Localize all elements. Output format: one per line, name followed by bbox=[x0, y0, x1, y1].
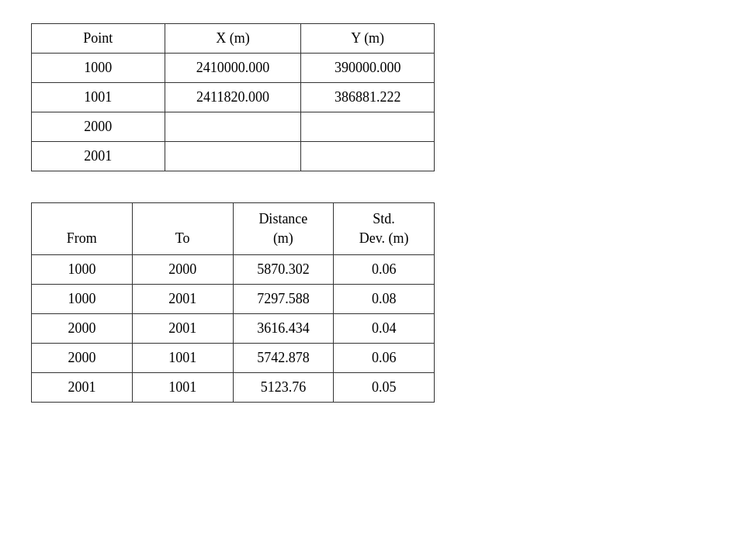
table-cell: 0.08 bbox=[334, 285, 435, 314]
col-header-to-label: To bbox=[175, 230, 190, 246]
top-table-header-row: Point X (m) Y (m) bbox=[32, 24, 435, 54]
col-header-y: Y (m) bbox=[301, 24, 435, 54]
table-row: 2001 bbox=[32, 142, 435, 171]
table-cell: 2000 bbox=[32, 112, 165, 142]
col-header-x: X (m) bbox=[165, 24, 301, 54]
col-header-stddev: Std.Dev. (m) bbox=[334, 203, 435, 255]
table-cell: 2001 bbox=[132, 314, 233, 344]
table-cell: 1000 bbox=[32, 285, 133, 314]
col-header-from: From bbox=[32, 203, 133, 255]
col-header-distance: Distance(m) bbox=[233, 203, 334, 255]
table-cell: 1001 bbox=[132, 373, 233, 403]
table-row: 2000 bbox=[32, 112, 435, 142]
table-cell bbox=[165, 142, 301, 171]
table-cell: 1000 bbox=[32, 54, 165, 83]
top-table-container: Point X (m) Y (m) 10002410000.000390000.… bbox=[31, 23, 435, 171]
table-cell: 7297.588 bbox=[233, 285, 334, 314]
col-header-point: Point bbox=[32, 24, 165, 54]
table-cell bbox=[301, 142, 435, 171]
table-cell: 386881.222 bbox=[301, 83, 435, 112]
points-table: Point X (m) Y (m) 10002410000.000390000.… bbox=[31, 23, 435, 171]
table-row: 100020005870.3020.06 bbox=[32, 255, 435, 285]
table-cell: 2410000.000 bbox=[165, 54, 301, 83]
table-row: 200110015123.760.05 bbox=[32, 373, 435, 403]
table-row: 100020017297.5880.08 bbox=[32, 285, 435, 314]
table-cell: 5742.878 bbox=[233, 344, 334, 373]
table-cell: 0.06 bbox=[334, 255, 435, 285]
table-cell: 5870.302 bbox=[233, 255, 334, 285]
col-header-from-label: From bbox=[67, 230, 97, 246]
table-cell: 5123.76 bbox=[233, 373, 334, 403]
table-cell: 2411820.000 bbox=[165, 83, 301, 112]
col-header-to: To bbox=[132, 203, 233, 255]
table-cell: 3616.434 bbox=[233, 314, 334, 344]
bottom-table-header-row: From To Distance(m) Std.Dev. (m) bbox=[32, 203, 435, 255]
table-row: 200010015742.8780.06 bbox=[32, 344, 435, 373]
table-cell: 1001 bbox=[132, 344, 233, 373]
table-cell: 0.04 bbox=[334, 314, 435, 344]
table-cell: 2000 bbox=[32, 314, 133, 344]
col-header-distance-label: Distance(m) bbox=[258, 211, 307, 246]
table-cell: 2000 bbox=[32, 344, 133, 373]
col-header-stddev-label: Std.Dev. (m) bbox=[359, 211, 409, 246]
table-cell: 1000 bbox=[32, 255, 133, 285]
table-cell bbox=[301, 112, 435, 142]
bottom-table-container: From To Distance(m) Std.Dev. (m) 1000200… bbox=[31, 202, 435, 403]
table-cell: 0.06 bbox=[334, 344, 435, 373]
table-cell: 2001 bbox=[132, 285, 233, 314]
table-cell: 1001 bbox=[32, 83, 165, 112]
table-cell: 2001 bbox=[32, 142, 165, 171]
table-cell: 2000 bbox=[132, 255, 233, 285]
table-cell: 390000.000 bbox=[301, 54, 435, 83]
table-cell: 2001 bbox=[32, 373, 133, 403]
table-row: 10002410000.000390000.000 bbox=[32, 54, 435, 83]
table-row: 10012411820.000386881.222 bbox=[32, 83, 435, 112]
distances-table: From To Distance(m) Std.Dev. (m) 1000200… bbox=[31, 202, 435, 403]
table-cell: 0.05 bbox=[334, 373, 435, 403]
table-cell bbox=[165, 112, 301, 142]
table-row: 200020013616.4340.04 bbox=[32, 314, 435, 344]
